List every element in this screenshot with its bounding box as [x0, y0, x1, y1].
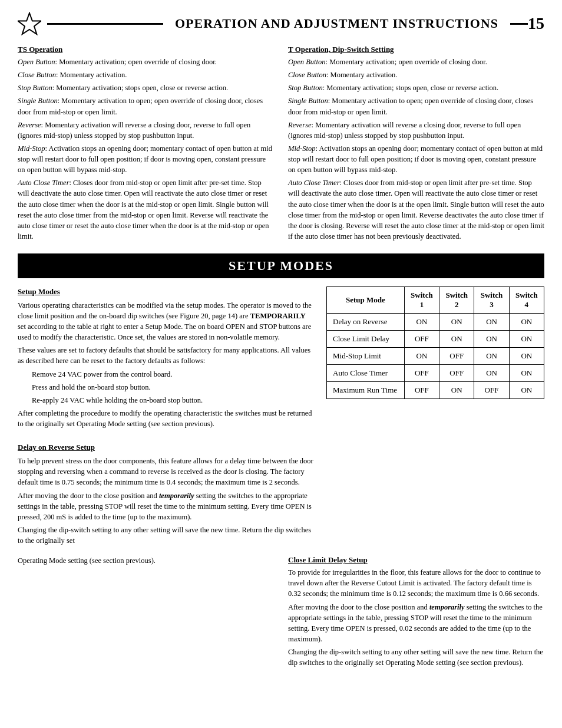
t-open-button: Open Button: Momentary activation; open … [288, 57, 544, 67]
setup-modes-banner: SETUP MODES [18, 253, 544, 278]
t-operation-heading: T Operation, Dip-Switch Setting [288, 45, 544, 54]
switch-4-value: ON [509, 331, 544, 348]
switch-4-value: ON [509, 314, 544, 331]
table-row: Close Limit DelayOFFONONON [327, 331, 544, 348]
setup-modes-layout: Setup Modes Various operating characteri… [18, 286, 544, 548]
mode-name-cell: Delay on Reverse [327, 314, 405, 331]
t-reverse: Reverse: Momentary activation will rever… [288, 120, 544, 141]
switch-3-value: ON [474, 348, 509, 365]
col-switch-1: Switch1 [404, 287, 439, 314]
bottom-two-col: Operating Mode setting (see section prev… [18, 555, 544, 670]
table-header-row: Setup Mode Switch1 Switch2 Switch3 Switc… [327, 287, 544, 314]
switch-4-value: ON [509, 382, 544, 399]
ts-operation-section: TS Operation Open Button: Momentary acti… [18, 45, 274, 244]
setup-table-container: Setup Mode Switch1 Switch2 Switch3 Switc… [326, 286, 544, 548]
temporarily-label: TEMPORARILY [250, 312, 306, 320]
temporarily-label-2: temporarily [159, 492, 194, 500]
close-limit-text2: After moving the door to the close posit… [288, 602, 544, 645]
table-row: Maximum Run TimeOFFONOFFON [327, 382, 544, 399]
col-switch-4: Switch4 [509, 287, 544, 314]
ts-mid-stop: Mid-Stop: Activation stops an opening do… [18, 143, 274, 175]
delay-on-reverse-heading: Delay on Reverse Setup [18, 442, 315, 453]
ts-reverse: Reverse: Momentary activation will rever… [18, 120, 274, 141]
t-close-button: Close Button: Momentary activation. [288, 70, 544, 80]
temporarily-label-3: temporarily [429, 603, 465, 611]
ts-single-button: Single Button: Momentary activation to o… [18, 95, 274, 117]
ts-operation-heading: TS Operation [18, 45, 274, 54]
close-limit-text1: To provide for irregularities in the flo… [288, 567, 544, 599]
switch-3-value: ON [474, 314, 509, 331]
setup-modes-intro: Various operating characteristics can be… [18, 300, 315, 343]
col-switch-2: Switch2 [439, 287, 474, 314]
switch-3-value: ON [474, 331, 509, 348]
setup-modes-text: Setup Modes Various operating characteri… [18, 286, 315, 548]
after-steps-text: After completing the procedure to modify… [18, 408, 315, 429]
page-number: 15 [528, 14, 544, 33]
svg-marker-0 [18, 13, 41, 34]
switch-1-value: OFF [404, 365, 439, 382]
delay-on-reverse-text: To help prevent stress on the door compo… [18, 456, 315, 487]
ts-stop-button: Stop Button: Momentary activation; stops… [18, 83, 274, 93]
t-mid-stop: Mid-Stop: Activation stops an opening do… [288, 143, 544, 175]
t-stop-button: Stop Button: Momentary activation; stops… [288, 83, 544, 93]
table-row: Delay on ReverseONONONON [327, 314, 544, 331]
switch-2-value: ON [439, 331, 474, 348]
t-auto-close: Auto Close Timer: Closes door from mid-s… [288, 177, 544, 242]
switch-1-value: OFF [404, 331, 439, 348]
switch-3-value: OFF [474, 382, 509, 399]
page-header: OPERATION AND ADJUSTMENT INSTRUCTIONS 15 [18, 12, 544, 35]
header-left: OPERATION AND ADJUSTMENT INSTRUCTIONS [18, 12, 528, 35]
step-2: Press and hold the on-board stop button. [18, 382, 315, 393]
switch-3-value: ON [474, 365, 509, 382]
table-row: Auto Close TimerOFFOFFONON [327, 365, 544, 382]
ts-close-button: Close Button: Momentary activation. [18, 70, 274, 80]
bottom-right: Close Limit Delay Setup To provide for i… [288, 555, 544, 670]
star-icon [18, 12, 41, 35]
step-3: Re-apply 24 VAC while holding the on-boa… [18, 395, 315, 406]
ts-open-button: Open Button: Momentary activation; open … [18, 57, 274, 67]
header-line-right [510, 23, 528, 25]
ts-auto-close: Auto Close Timer: Closes door from mid-s… [18, 177, 274, 242]
switch-1-value: ON [404, 314, 439, 331]
setup-modes-heading: Setup Modes [18, 286, 315, 298]
mode-name-cell: Auto Close Timer [327, 365, 405, 382]
mode-name-cell: Close Limit Delay [327, 331, 405, 348]
setup-table: Setup Mode Switch1 Switch2 Switch3 Switc… [326, 286, 544, 399]
col-switch-3: Switch3 [474, 287, 509, 314]
switch-2-value: ON [439, 382, 474, 399]
switch-4-value: ON [509, 365, 544, 382]
switch-4-value: ON [509, 348, 544, 365]
step-1: Remove 24 VAC power from the control boa… [18, 369, 315, 380]
delay-on-reverse-text3: Changing the dip-switch setting to any o… [18, 525, 315, 546]
switch-2-value: OFF [439, 365, 474, 382]
close-limit-text3: Changing the dip-switch setting to any o… [288, 647, 544, 668]
delay-on-reverse-text2: After moving the door to the close posit… [18, 490, 315, 522]
header-line-left [47, 23, 163, 25]
close-limit-heading: Close Limit Delay Setup [288, 555, 544, 565]
switch-1-value: OFF [404, 382, 439, 399]
col-setup-mode: Setup Mode [327, 287, 405, 314]
table-row: Mid-Stop LimitONOFFONON [327, 348, 544, 365]
page-title: OPERATION AND ADJUSTMENT INSTRUCTIONS [169, 16, 504, 31]
setup-factory-text: These values are set to factory defaults… [18, 345, 315, 366]
top-two-col: TS Operation Open Button: Momentary acti… [18, 45, 544, 244]
operating-mode-ref: Operating Mode setting (see section prev… [18, 555, 274, 566]
t-single-button: Single Button: Momentary activation to o… [288, 95, 544, 117]
switch-2-value: OFF [439, 348, 474, 365]
bottom-left: Operating Mode setting (see section prev… [18, 555, 274, 670]
switch-1-value: ON [404, 348, 439, 365]
t-operation-section: T Operation, Dip-Switch Setting Open But… [288, 45, 544, 244]
mode-name-cell: Maximum Run Time [327, 382, 405, 399]
switch-2-value: ON [439, 314, 474, 331]
mode-name-cell: Mid-Stop Limit [327, 348, 405, 365]
